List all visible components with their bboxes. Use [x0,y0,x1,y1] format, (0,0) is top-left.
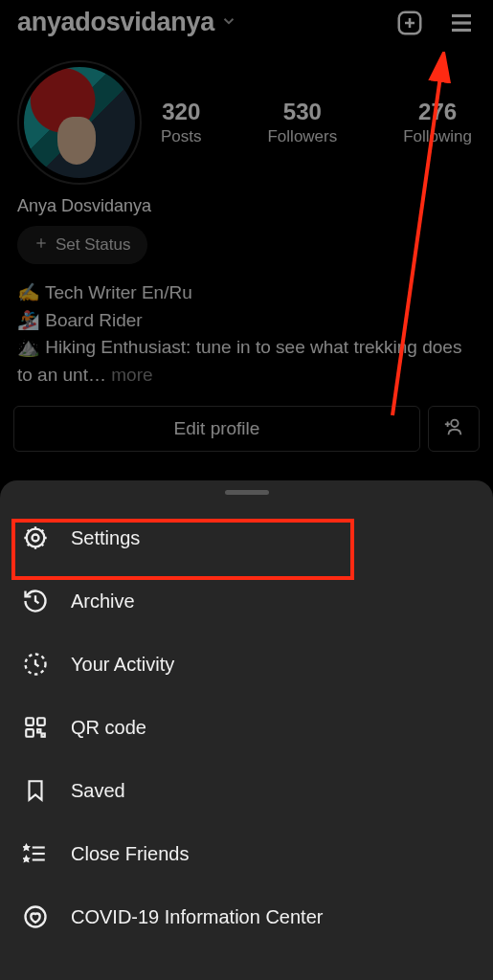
menu-item-settings[interactable]: Settings [0,506,493,569]
menu-item-close-friends[interactable]: Close Friends [0,822,493,885]
profile-header: anyadosvidanya [0,0,493,43]
bottom-sheet-menu: Settings Archive Your Activity QR code S… [0,480,493,980]
svg-rect-14 [26,718,34,725]
svg-marker-23 [24,857,29,861]
plus-icon [34,235,48,255]
profile-stats-row: 320 Posts 530 Followers 276 Following [0,43,493,189]
following-label: Following [403,127,472,146]
heart-info-icon [21,902,50,931]
menu-label-saved: Saved [71,780,125,802]
bio-more-link[interactable]: more [106,365,153,385]
stat-following[interactable]: 276 Following [403,99,472,146]
activity-clock-icon [21,650,50,679]
menu-item-qr-code[interactable]: QR code [0,696,493,759]
chevron-down-icon [220,12,237,33]
svg-point-24 [26,907,46,927]
svg-rect-15 [37,718,45,725]
bio: ✍️ Tech Writer En/Ru 🏂 Board Rider ⛰️ Hi… [0,264,493,389]
discover-people-button[interactable] [428,406,480,452]
gear-icon [21,523,50,552]
svg-marker-22 [24,845,29,850]
close-friends-icon [21,839,50,868]
svg-rect-18 [42,734,45,737]
followers-count: 530 [267,99,337,125]
menu-label-activity: Your Activity [71,654,174,676]
hamburger-menu-icon[interactable] [447,9,476,37]
stat-posts[interactable]: 320 Posts [161,99,202,146]
posts-count: 320 [161,99,202,125]
bio-line-3: ⛰️ Hiking Enthusiast: tune in to see wha… [17,337,461,385]
menu-item-your-activity[interactable]: Your Activity [0,633,493,696]
username-dropdown[interactable]: anyadosvidanya [17,8,237,37]
create-post-icon[interactable] [395,9,424,37]
menu-label-settings: Settings [71,527,140,549]
followers-label: Followers [267,127,337,146]
avatar [24,67,135,178]
posts-label: Posts [161,127,202,146]
bio-line-2: 🏂 Board Rider [17,307,476,335]
menu-item-saved[interactable]: Saved [0,759,493,822]
bio-line-1: ✍️ Tech Writer En/Ru [17,279,476,307]
set-status-button[interactable]: Set Status [17,226,147,264]
svg-rect-16 [26,729,34,737]
edit-profile-button[interactable]: Edit profile [13,406,420,452]
add-person-icon [443,416,464,441]
display-name: Anya Dosvidanya [0,189,493,226]
username-text: anyadosvidanya [17,8,214,37]
svg-point-12 [33,535,39,542]
avatar-container[interactable] [17,60,142,185]
archive-clock-icon [21,587,50,615]
stat-followers[interactable]: 530 Followers [267,99,337,146]
menu-label-qr: QR code [71,717,146,739]
menu-label-archive: Archive [71,590,135,612]
svg-rect-17 [37,729,40,732]
qr-code-icon [21,713,50,742]
sheet-drag-handle[interactable] [225,490,269,495]
menu-label-covid: COVID-19 Information Center [71,906,323,928]
menu-item-archive[interactable]: Archive [0,569,493,633]
following-count: 276 [403,99,472,125]
menu-label-close-friends: Close Friends [71,843,189,865]
menu-item-covid[interactable]: COVID-19 Information Center [0,885,493,948]
set-status-label: Set Status [56,235,130,255]
bookmark-icon [21,776,50,805]
svg-point-8 [451,420,458,427]
